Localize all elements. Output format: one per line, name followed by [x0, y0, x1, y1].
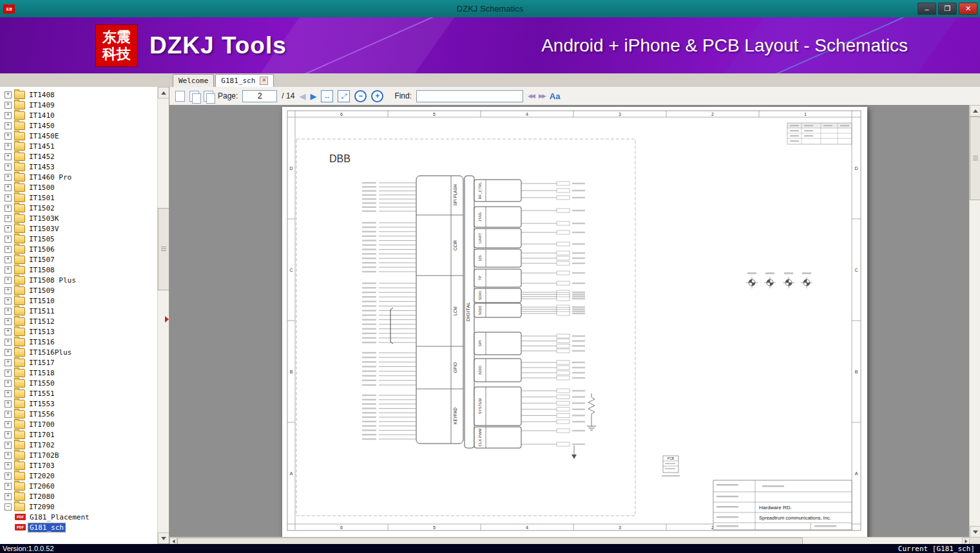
zoom-in-icon[interactable]: +: [371, 90, 383, 102]
tab-g181-sch[interactable]: G181_sch ✕: [215, 74, 274, 87]
expand-icon[interactable]: +: [5, 174, 12, 181]
tree-item-IT2020[interactable]: +IT2020: [5, 471, 158, 481]
tree-item-IT2090[interactable]: −IT2090: [5, 501, 158, 512]
expand-icon[interactable]: +: [5, 380, 12, 387]
tree-item-IT1507[interactable]: +IT1507: [5, 254, 158, 265]
expand-icon[interactable]: +: [5, 370, 12, 377]
tree-item-G181_Placement[interactable]: PDFG181_Placement: [5, 512, 158, 522]
tree-item-IT1510[interactable]: +IT1510: [5, 295, 158, 306]
vertical-scroll-thumb[interactable]: [970, 117, 980, 200]
tree-item-IT1408[interactable]: +IT1408: [5, 89, 158, 100]
find-next-icon[interactable]: ▶▶: [539, 93, 545, 99]
expand-icon[interactable]: +: [5, 246, 12, 253]
find-input[interactable]: [416, 90, 523, 102]
expand-icon[interactable]: +: [5, 328, 12, 335]
expand-icon[interactable]: +: [5, 205, 12, 212]
tree-item-IT1509[interactable]: +IT1509: [5, 285, 158, 295]
close-button[interactable]: ✕: [959, 3, 977, 15]
match-case-icon[interactable]: Aa: [550, 91, 561, 101]
facing-pages-icon[interactable]: [189, 91, 199, 102]
expand-icon[interactable]: +: [5, 442, 12, 449]
tree-item-IT1518[interactable]: +IT1518: [5, 368, 158, 378]
previous-page-icon[interactable]: ◀: [299, 92, 305, 100]
tree-item-IT1702[interactable]: +IT1702: [5, 440, 158, 450]
tab-welcome[interactable]: Welcome: [173, 74, 214, 87]
expand-icon[interactable]: +: [5, 184, 12, 191]
tree-item-IT1516[interactable]: +IT1516: [5, 337, 158, 347]
tree-item-IT1452[interactable]: +IT1452: [5, 151, 158, 162]
expand-icon[interactable]: +: [5, 421, 12, 428]
tree-item-IT1453[interactable]: +IT1453: [5, 162, 158, 172]
expand-icon[interactable]: +: [5, 318, 12, 325]
expand-icon[interactable]: +: [5, 267, 12, 274]
tree-item-IT1451[interactable]: +IT1451: [5, 141, 158, 151]
expand-icon[interactable]: +: [5, 256, 12, 263]
expand-icon[interactable]: +: [5, 452, 12, 459]
tree-item-IT1501[interactable]: +IT1501: [5, 192, 158, 203]
pdf-canvas[interactable]: 665544332211DDCCBBAADBBSPI FLASHCCIRLCMG…: [169, 105, 970, 538]
tree-item-IT1508[interactable]: +IT1508: [5, 265, 158, 275]
expand-icon[interactable]: +: [5, 359, 12, 366]
next-page-icon[interactable]: ▶: [310, 92, 316, 100]
expand-icon[interactable]: +: [5, 102, 12, 109]
page-number-input[interactable]: [242, 90, 277, 102]
expand-icon[interactable]: +: [5, 91, 12, 98]
tree-item-IT1450E[interactable]: +IT1450E: [5, 131, 158, 141]
sidebar-scrollbar[interactable]: [157, 87, 169, 544]
single-page-icon[interactable]: [175, 91, 185, 102]
find-previous-icon[interactable]: ◀◀: [528, 93, 534, 99]
tree-item-IT2060[interactable]: +IT2060: [5, 481, 158, 491]
expand-icon[interactable]: +: [5, 390, 12, 397]
tree-item-IT1508-Plus[interactable]: +IT1508 Plus: [5, 275, 158, 285]
expand-icon[interactable]: +: [5, 215, 12, 222]
tree-item-IT1556[interactable]: +IT1556: [5, 409, 158, 419]
expand-icon[interactable]: +: [5, 483, 12, 490]
page-copy-icon[interactable]: [204, 91, 213, 102]
tree-item-IT1702B[interactable]: +IT1702B: [5, 450, 158, 460]
vertical-scrollbar[interactable]: [969, 105, 980, 538]
tree-item-IT1700[interactable]: +IT1700: [5, 419, 158, 429]
expand-icon[interactable]: +: [5, 122, 12, 129]
fit-width-icon[interactable]: ↔: [321, 90, 333, 102]
expand-icon[interactable]: +: [5, 308, 12, 315]
tree-item-IT1505[interactable]: +IT1505: [5, 234, 158, 244]
expand-icon[interactable]: +: [5, 287, 12, 294]
tree-item-IT1502[interactable]: +IT1502: [5, 203, 158, 213]
expand-icon[interactable]: +: [5, 339, 12, 346]
tree-item-IT1503K[interactable]: +IT1503K: [5, 213, 158, 223]
expand-icon[interactable]: +: [5, 462, 12, 469]
tree-item-IT1511[interactable]: +IT1511: [5, 306, 158, 316]
expand-icon[interactable]: +: [5, 194, 12, 202]
expand-icon[interactable]: +: [5, 297, 12, 305]
tree-item-IT1550[interactable]: +IT1550: [5, 378, 158, 388]
tree-item-IT1450[interactable]: +IT1450: [5, 120, 158, 131]
expand-icon[interactable]: +: [5, 112, 12, 119]
expand-icon[interactable]: +: [5, 236, 12, 243]
tree-item-IT1517[interactable]: +IT1517: [5, 357, 158, 368]
tree-item-IT1506[interactable]: +IT1506: [5, 244, 158, 254]
expand-icon[interactable]: +: [5, 143, 12, 150]
expand-icon[interactable]: +: [5, 153, 12, 160]
tree-item-IT1500[interactable]: +IT1500: [5, 182, 158, 192]
expand-icon[interactable]: +: [5, 493, 12, 500]
expand-icon[interactable]: +: [5, 225, 12, 232]
tree-item-IT1703[interactable]: +IT1703: [5, 460, 158, 471]
expand-icon[interactable]: +: [5, 473, 12, 480]
tree-item-IT1512[interactable]: +IT1512: [5, 316, 158, 326]
expand-icon[interactable]: +: [5, 164, 12, 171]
tree-item-IT1410[interactable]: +IT1410: [5, 110, 158, 120]
maximize-button[interactable]: ❐: [938, 3, 957, 15]
tree-item-IT1503V[interactable]: +IT1503V: [5, 223, 158, 234]
expand-icon[interactable]: +: [5, 277, 12, 284]
tree-item-IT1551[interactable]: +IT1551: [5, 388, 158, 398]
tree-item-IT2080[interactable]: +IT2080: [5, 491, 158, 501]
tree-item-IT1516Plus[interactable]: +IT1516Plus: [5, 347, 158, 357]
sidebar-scroll-thumb[interactable]: [158, 208, 169, 290]
scroll-up-icon[interactable]: [970, 105, 980, 117]
fit-page-icon[interactable]: ⤢: [338, 90, 350, 102]
splitter-collapse-icon[interactable]: [165, 316, 169, 323]
tree-item-IT1701[interactable]: +IT1701: [5, 429, 158, 440]
expand-icon[interactable]: +: [5, 431, 12, 438]
horizontal-scrollbar[interactable]: [169, 537, 970, 544]
expand-icon[interactable]: +: [5, 349, 12, 356]
